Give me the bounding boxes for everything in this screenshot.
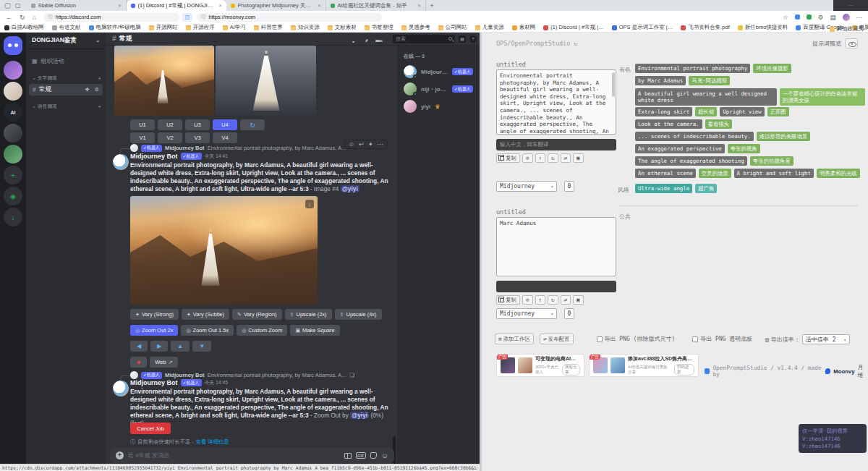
rail-action-button[interactable]: ◈	[4, 187, 22, 205]
emoji-icon[interactable]: ☺	[381, 451, 388, 459]
server-avatar[interactable]	[4, 61, 22, 80]
member-row[interactable]: yiyi ♛	[399, 98, 477, 115]
browser-tab[interactable]: AI绘画社区关键词合集 - 知乎 ×	[326, 0, 426, 11]
member-row[interactable]: Midjourney Bot ✓机器人	[399, 63, 477, 80]
prompt-textarea[interactable]: Marc Adamus	[496, 217, 616, 276]
reply-preview[interactable]: ✓机器人 Midjourney Bot Environmental portra…	[130, 371, 354, 379]
author-name[interactable]: Midjourney Bot	[130, 153, 178, 160]
channel-item-general[interactable]: # 常规 ✚ ⚙	[29, 84, 103, 96]
reply-preview[interactable]: ✓机器人 Midjourney Bot Environmental portra…	[130, 144, 347, 152]
midjourney-grid-image-4[interactable]	[216, 46, 316, 116]
variation-button[interactable]: V3	[185, 132, 210, 143]
home-button[interactable]: ⌂	[33, 14, 36, 21]
add-channel-icon[interactable]: +	[98, 75, 101, 82]
pinned-messages-icon[interactable]	[362, 35, 370, 43]
tool-button-ban[interactable]: ⊘	[522, 153, 533, 163]
mention-pill[interactable]: @yiyi	[350, 412, 369, 419]
bookmark-item[interactable]: 公司网站	[438, 24, 467, 31]
count-box[interactable]: 0	[564, 308, 574, 319]
prompt-tag[interactable]: Extra-long skirt	[635, 107, 692, 116]
rail-action-button[interactable]: +	[4, 166, 22, 184]
copy-button[interactable]: 复制	[496, 295, 520, 305]
vary-button[interactable]: ⇧Upscale (4x)	[335, 309, 382, 320]
rail-action-button[interactable]: ↓	[4, 208, 22, 226]
checkbox[interactable]	[597, 336, 603, 342]
prompt-tag[interactable]: 超广角	[695, 184, 717, 193]
bookmark-item[interactable]: 文献素材	[328, 24, 357, 31]
eye-icon[interactable]	[845, 38, 858, 48]
prompt-tag[interactable]: 看着镜头	[705, 119, 733, 129]
tab-close-icon[interactable]: ×	[417, 3, 420, 8]
window-controls[interactable]: ⋯	[833, 0, 868, 11]
zoom-button[interactable]: ◎Zoom Out 2x	[130, 325, 178, 336]
midjourney-grid-image-3[interactable]	[114, 46, 214, 116]
member-row[interactable]: niji・journey … ✓机器人	[399, 80, 477, 98]
count-box[interactable]: 0	[564, 181, 574, 192]
bookmark-item[interactable]: 知识资源	[291, 24, 320, 31]
address-bar-left[interactable]: ⓘ https://discord.com	[43, 13, 179, 22]
prompt-tag[interactable]: 一个穿着精心设计的白色连衣裙的漂亮女孩	[780, 88, 865, 106]
tool-button-refresh[interactable]: ↻	[548, 295, 558, 305]
prompt-tag[interactable]: 难以形容的美丽场景	[757, 132, 811, 141]
add-channel-icon[interactable]: +	[98, 103, 101, 110]
bookmark-item[interactable]: OPS 提示词工作室 |…	[612, 24, 673, 31]
tab-search-icon[interactable]: ▢	[15, 2, 21, 9]
pan-arrow-button[interactable]: ▶	[150, 341, 168, 352]
prompt-tag[interactable]: 马克·阿达姆斯	[689, 76, 730, 85]
browser-tab[interactable]: (1) Discord | #常规 | DONGJIAN鉴 ×	[127, 0, 226, 11]
prompt-tag[interactable]: Look at the camera.	[635, 119, 702, 129]
engine-select[interactable]: Midjourney▾	[496, 308, 557, 319]
add-workspace-button[interactable]: ⊞添加工作区	[495, 334, 534, 344]
notifications-bell-icon[interactable]	[349, 35, 357, 43]
prompt-tag[interactable]: 夸张的视角	[728, 144, 760, 153]
search-input[interactable]: 搜索	[393, 35, 455, 43]
prompt-tag[interactable]: 明亮柔和的光线	[817, 169, 860, 178]
engine-select[interactable]: Midjourney▾	[496, 181, 557, 192]
vary-button[interactable]: ✦Vary (Subtle)	[182, 309, 229, 320]
midjourney-upscaled-image[interactable]: ↓	[130, 196, 318, 305]
bookmark-item[interactable]: 新任bmo快捷资料	[738, 24, 788, 31]
sidebar-toggle-icon[interactable]: ▤	[830, 14, 835, 21]
tool-button-refresh[interactable]: ↻	[548, 153, 558, 163]
extension-icon-green[interactable]	[807, 14, 812, 20]
sticker-icon[interactable]	[370, 452, 377, 459]
server-header[interactable]: DONGJIAN鉴赏 ⌄	[26, 33, 106, 49]
bookmark-item[interactable]: 白描AI教培网	[4, 24, 44, 31]
prompt-tag[interactable]: Upright view	[720, 107, 764, 116]
tool-button-swap[interactable]: ⇄	[561, 295, 571, 305]
inbox-icon[interactable]: ▤	[459, 35, 466, 43]
tool-button-save[interactable]: ▣	[573, 153, 584, 163]
pan-arrow-button[interactable]: ▼	[192, 341, 211, 352]
tool-button-up[interactable]: ↑	[535, 153, 546, 163]
prompt-tag[interactable]: 超长裙	[695, 107, 717, 116]
image-download-icon[interactable]: ↓	[305, 200, 314, 208]
browser-tab[interactable]: Stable Diffusion ×	[27, 0, 127, 11]
zoom-button[interactable]: ◎Zoom Out 1.5x	[181, 325, 234, 336]
pan-arrow-button[interactable]: ▲	[171, 341, 190, 352]
server-avatar[interactable]	[4, 145, 22, 164]
bookmark-item[interactable]: 飞书资料合集.pdf	[681, 24, 730, 31]
workspace-title[interactable]: untitled	[496, 61, 526, 68]
notice-link[interactable]: 查看 详细信息	[196, 438, 229, 446]
text-channels-category[interactable]: ⌄ 文字频道 +	[26, 73, 106, 83]
web-button[interactable]: Web↗	[150, 357, 177, 368]
tab-close-icon[interactable]: ×	[218, 3, 221, 8]
variation-button[interactable]: V2	[158, 132, 182, 143]
prompt-tag[interactable]: by Marc Adamus	[635, 76, 686, 85]
bookmark-item[interactable]: 电脑软件/华硕电脑	[89, 24, 141, 31]
events-item[interactable]: ▦ 组织活动	[26, 55, 106, 67]
tool-button-up[interactable]: ↑	[535, 295, 546, 305]
browser-menu-icon[interactable]: ⋯	[856, 14, 863, 21]
split-view-icon[interactable]: ◫	[182, 13, 192, 22]
browser-profile-avatar[interactable]	[843, 14, 850, 21]
bookmark-item[interactable]: 开源程序	[186, 24, 215, 31]
workspace-title[interactable]: untitled	[496, 208, 526, 216]
discord-home-button[interactable]	[4, 36, 22, 55]
prompt-tag[interactable]: The angle of exaggerated shooting	[635, 156, 747, 166]
upscale-button[interactable]: U1	[130, 119, 155, 130]
reload-button[interactable]: ↻	[20, 14, 25, 21]
window-menu-icon[interactable]: ⋯	[848, 3, 854, 9]
ad-pill-button[interactable]: 扫码进群	[674, 364, 694, 375]
help-icon[interactable]: ?	[469, 35, 477, 43]
bookmark-item[interactable]: 素材网	[512, 24, 536, 31]
